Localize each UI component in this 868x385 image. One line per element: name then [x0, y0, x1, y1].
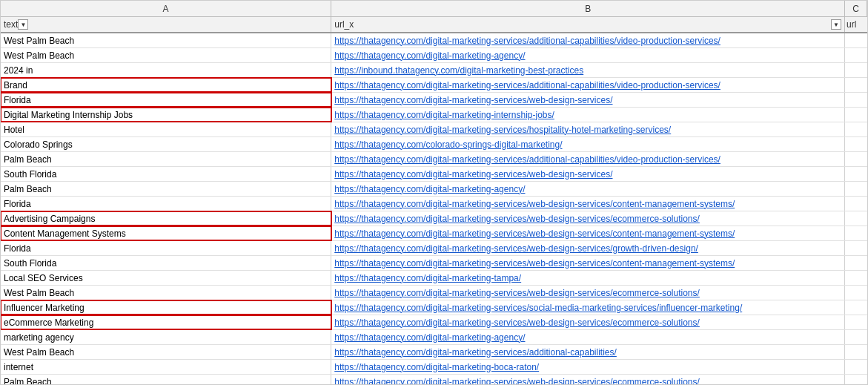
- cell-text: Digital Marketing Internship Jobs: [1, 108, 331, 122]
- spreadsheet: A B C text ▼ url_x ▼ url West Palm Beach…: [0, 0, 868, 385]
- cell-url[interactable]: https://thatagency.com/digital-marketing…: [331, 256, 845, 270]
- url-link[interactable]: https://thatagency.com/digital-marketing…: [334, 288, 700, 298]
- column-headers: A B C: [1, 1, 867, 17]
- cell-url[interactable]: https://thatagency.com/digital-marketing…: [331, 211, 845, 226]
- url-link[interactable]: https://inbound.thatagency.com/digital-m…: [334, 65, 583, 76]
- cell-extra: [845, 182, 867, 196]
- cell-extra: [845, 360, 867, 374]
- url-link[interactable]: https://thatagency.com/digital-marketing…: [334, 228, 735, 239]
- cell-extra: [845, 167, 867, 181]
- cell-url[interactable]: https://thatagency.com/digital-marketing…: [331, 226, 845, 240]
- cell-extra: [845, 315, 867, 329]
- cell-url[interactable]: https://thatagency.com/digital-marketing…: [331, 360, 845, 374]
- cell-url[interactable]: https://thatagency.com/digital-marketing…: [331, 300, 845, 315]
- cell-text: West Palm Beach: [1, 286, 331, 300]
- cell-text: internet: [1, 360, 331, 374]
- table-row: Floridahttps://thatagency.com/digital-ma…: [1, 93, 867, 108]
- cell-url[interactable]: https://inbound.thatagency.com/digital-m…: [331, 63, 845, 77]
- url-link[interactable]: https://thatagency.com/digital-marketing…: [334, 258, 735, 269]
- cell-url[interactable]: https://thatagency.com/digital-marketing…: [331, 182, 845, 196]
- cell-extra: [845, 286, 867, 300]
- table-row: West Palm Beachhttps://thatagency.com/di…: [1, 33, 867, 48]
- cell-extra: [845, 33, 867, 47]
- cell-extra: [845, 300, 867, 315]
- url-link[interactable]: https://thatagency.com/digital-marketing…: [334, 214, 700, 224]
- cell-text: South Florida: [1, 167, 331, 181]
- col-a-subheader: text ▼: [1, 17, 331, 32]
- cell-url[interactable]: https://thatagency.com/digital-marketing…: [331, 315, 845, 329]
- table-row: internethttps://thatagency.com/digital-m…: [1, 360, 867, 375]
- cell-text: Hotel: [1, 122, 331, 136]
- cell-url[interactable]: https://thatagency.com/digital-marketing…: [331, 78, 845, 92]
- url-link[interactable]: https://thatagency.com/digital-marketing…: [334, 347, 617, 358]
- cell-text: Florida: [1, 241, 331, 255]
- table-row: Floridahttps://thatagency.com/digital-ma…: [1, 241, 867, 256]
- col-a-filter-button[interactable]: ▼: [18, 19, 28, 30]
- cell-url[interactable]: https://thatagency.com/digital-marketing…: [331, 93, 845, 107]
- cell-url[interactable]: https://thatagency.com/digital-marketing…: [331, 345, 845, 359]
- col-b-subheader: url_x ▼: [331, 17, 845, 32]
- url-link[interactable]: https://thatagency.com/digital-marketing…: [334, 303, 742, 313]
- cell-url[interactable]: https://thatagency.com/colorado-springs-…: [331, 137, 845, 151]
- cell-extra: [845, 152, 867, 166]
- cell-text: Local SEO Services: [1, 271, 331, 285]
- col-c-subheader: url: [845, 17, 867, 32]
- table-row: marketing agencyhttps://thatagency.com/d…: [1, 330, 867, 345]
- cell-url[interactable]: https://thatagency.com/digital-marketing…: [331, 197, 845, 211]
- table-row: West Palm Beachhttps://thatagency.com/di…: [1, 286, 867, 300]
- cell-url[interactable]: https://thatagency.com/digital-marketing…: [331, 33, 845, 47]
- cell-url[interactable]: https://thatagency.com/digital-marketing…: [331, 286, 845, 300]
- url-link[interactable]: https://thatagency.com/digital-marketing…: [334, 377, 700, 386]
- cell-url[interactable]: https://thatagency.com/digital-marketing…: [331, 152, 845, 166]
- url-link[interactable]: https://thatagency.com/digital-marketing…: [334, 273, 521, 283]
- cell-text: West Palm Beach: [1, 345, 331, 359]
- table-row: Palm Beachhttps://thatagency.com/digital…: [1, 152, 867, 167]
- table-row: 2024 inhttps://inbound.thatagency.com/di…: [1, 63, 867, 78]
- url-link[interactable]: https://thatagency.com/digital-marketing…: [334, 36, 720, 46]
- cell-extra: [845, 271, 867, 285]
- col-a-label: text: [4, 19, 18, 30]
- table-row: South Floridahttps://thatagency.com/digi…: [1, 167, 867, 182]
- cell-url[interactable]: https://thatagency.com/digital-marketing…: [331, 375, 845, 385]
- url-link[interactable]: https://thatagency.com/digital-marketing…: [334, 125, 671, 135]
- url-link[interactable]: https://thatagency.com/digital-marketing…: [334, 154, 720, 165]
- cell-text: South Florida: [1, 256, 331, 270]
- cell-extra: [845, 211, 867, 226]
- cell-url[interactable]: https://thatagency.com/digital-marketing…: [331, 122, 845, 136]
- url-link[interactable]: https://thatagency.com/digital-marketing…: [334, 199, 735, 209]
- cell-extra: [845, 226, 867, 240]
- url-link[interactable]: https://thatagency.com/digital-marketing…: [334, 332, 525, 343]
- cell-extra: [845, 197, 867, 211]
- url-link[interactable]: https://thatagency.com/digital-marketing…: [334, 169, 612, 180]
- col-c-label: url: [847, 19, 856, 30]
- cell-text: Colorado Springs: [1, 137, 331, 151]
- url-link[interactable]: https://thatagency.com/digital-marketing…: [334, 50, 525, 61]
- table-row: Palm Beachhttps://thatagency.com/digital…: [1, 182, 867, 197]
- cell-url[interactable]: https://thatagency.com/digital-marketing…: [331, 108, 845, 122]
- url-link[interactable]: https://thatagency.com/digital-marketing…: [334, 362, 539, 372]
- cell-url[interactable]: https://thatagency.com/digital-marketing…: [331, 271, 845, 285]
- col-b-filter-button[interactable]: ▼: [831, 19, 841, 30]
- url-link[interactable]: https://thatagency.com/digital-marketing…: [334, 317, 700, 328]
- cell-url[interactable]: https://thatagency.com/digital-marketing…: [331, 241, 845, 255]
- cell-extra: [845, 375, 867, 385]
- table-row: South Floridahttps://thatagency.com/digi…: [1, 256, 867, 271]
- url-link[interactable]: https://thatagency.com/digital-marketing…: [334, 80, 720, 91]
- cell-url[interactable]: https://thatagency.com/digital-marketing…: [331, 48, 845, 62]
- cell-extra: [845, 78, 867, 92]
- url-link[interactable]: https://thatagency.com/digital-marketing…: [334, 243, 698, 254]
- url-link[interactable]: https://thatagency.com/digital-marketing…: [334, 95, 612, 105]
- table-row: Colorado Springshttps://thatagency.com/c…: [1, 137, 867, 152]
- url-link[interactable]: https://thatagency.com/digital-marketing…: [334, 110, 554, 120]
- url-link[interactable]: https://thatagency.com/digital-marketing…: [334, 184, 525, 194]
- cell-text: marketing agency: [1, 330, 331, 344]
- cell-text: Influencer Marketing: [1, 300, 331, 315]
- cell-url[interactable]: https://thatagency.com/digital-marketing…: [331, 167, 845, 181]
- col-b-letter: B: [331, 1, 845, 16]
- url-link[interactable]: https://thatagency.com/colorado-springs-…: [334, 139, 562, 150]
- cell-extra: [845, 256, 867, 270]
- table-row: West Palm Beachhttps://thatagency.com/di…: [1, 48, 867, 63]
- cell-extra: [845, 330, 867, 344]
- table-row: Digital Marketing Internship Jobshttps:/…: [1, 108, 867, 122]
- cell-url[interactable]: https://thatagency.com/digital-marketing…: [331, 330, 845, 344]
